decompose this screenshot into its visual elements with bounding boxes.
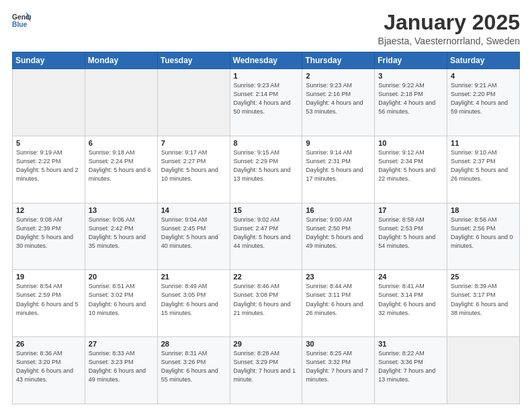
table-row: 11Sunrise: 9:10 AM Sunset: 2:37 PM Dayli…	[447, 136, 520, 203]
day-number: 1	[234, 72, 299, 80]
table-row: 22Sunrise: 8:46 AM Sunset: 3:08 PM Dayli…	[230, 270, 302, 337]
svg-text:Blue: Blue	[12, 21, 28, 28]
day-info: Sunrise: 9:22 AM Sunset: 2:18 PM Dayligh…	[378, 81, 443, 116]
day-number: 27	[89, 340, 154, 348]
table-row: 4Sunrise: 9:21 AM Sunset: 2:20 PM Daylig…	[447, 69, 520, 136]
day-number: 9	[306, 139, 371, 147]
day-number: 14	[161, 206, 226, 214]
table-row: 3Sunrise: 9:22 AM Sunset: 2:18 PM Daylig…	[375, 69, 447, 136]
table-row: 8Sunrise: 9:15 AM Sunset: 2:29 PM Daylig…	[230, 136, 302, 203]
table-row: 21Sunrise: 8:49 AM Sunset: 3:05 PM Dayli…	[157, 270, 230, 337]
location-subtitle: Bjaesta, Vaesternorrland, Sweden	[378, 36, 520, 46]
day-number: 23	[306, 273, 371, 281]
table-row	[85, 69, 157, 136]
day-number: 24	[378, 273, 443, 281]
col-friday: Friday	[375, 52, 447, 69]
table-row: 15Sunrise: 9:02 AM Sunset: 2:47 PM Dayli…	[230, 203, 302, 270]
table-row: 30Sunrise: 8:25 AM Sunset: 3:32 PM Dayli…	[302, 337, 375, 404]
month-year-title: January 2025	[378, 11, 520, 34]
table-row: 14Sunrise: 9:04 AM Sunset: 2:45 PM Dayli…	[157, 203, 230, 270]
table-row	[13, 69, 85, 136]
day-number: 13	[89, 206, 154, 214]
day-info: Sunrise: 8:31 AM Sunset: 3:26 PM Dayligh…	[161, 349, 226, 384]
col-thursday: Thursday	[302, 52, 375, 69]
day-info: Sunrise: 9:21 AM Sunset: 2:20 PM Dayligh…	[451, 81, 516, 116]
day-number: 28	[161, 340, 226, 348]
table-row	[157, 69, 230, 136]
day-number: 8	[234, 139, 299, 147]
day-number: 20	[89, 273, 154, 281]
table-row: 23Sunrise: 8:44 AM Sunset: 3:11 PM Dayli…	[302, 270, 375, 337]
day-number: 29	[234, 340, 299, 348]
day-number: 25	[451, 273, 516, 281]
table-row: 6Sunrise: 9:18 AM Sunset: 2:24 PM Daylig…	[85, 136, 157, 203]
day-number: 12	[16, 206, 81, 214]
day-info: Sunrise: 8:36 AM Sunset: 3:20 PM Dayligh…	[16, 349, 81, 384]
day-info: Sunrise: 8:39 AM Sunset: 3:17 PM Dayligh…	[451, 282, 516, 317]
day-number: 6	[89, 139, 154, 147]
day-info: Sunrise: 8:44 AM Sunset: 3:11 PM Dayligh…	[306, 282, 371, 317]
day-number: 5	[16, 139, 81, 147]
day-number: 19	[16, 273, 81, 281]
day-info: Sunrise: 9:12 AM Sunset: 2:34 PM Dayligh…	[378, 148, 443, 183]
table-row: 12Sunrise: 9:08 AM Sunset: 2:39 PM Dayli…	[13, 203, 85, 270]
page: General Blue January 2025 Bjaesta, Vaest…	[0, 0, 532, 411]
day-info: Sunrise: 9:18 AM Sunset: 2:24 PM Dayligh…	[89, 148, 154, 183]
logo-icon: General Blue	[12, 11, 31, 30]
table-row: 27Sunrise: 8:33 AM Sunset: 3:23 PM Dayli…	[85, 337, 157, 404]
day-info: Sunrise: 8:46 AM Sunset: 3:08 PM Dayligh…	[234, 282, 299, 317]
col-saturday: Saturday	[447, 52, 520, 69]
calendar-table: Sunday Monday Tuesday Wednesday Thursday…	[12, 52, 520, 404]
day-number: 21	[161, 273, 226, 281]
day-info: Sunrise: 9:00 AM Sunset: 2:50 PM Dayligh…	[306, 216, 371, 250]
day-number: 31	[378, 340, 443, 348]
table-row: 20Sunrise: 8:51 AM Sunset: 3:02 PM Dayli…	[85, 270, 157, 337]
header: General Blue January 2025 Bjaesta, Vaest…	[12, 11, 520, 46]
day-info: Sunrise: 9:10 AM Sunset: 2:37 PM Dayligh…	[451, 148, 516, 183]
calendar-week-row: 1Sunrise: 9:23 AM Sunset: 2:14 PM Daylig…	[13, 69, 520, 136]
day-info: Sunrise: 8:33 AM Sunset: 3:23 PM Dayligh…	[89, 349, 154, 384]
table-row: 28Sunrise: 8:31 AM Sunset: 3:26 PM Dayli…	[157, 337, 230, 404]
table-row: 7Sunrise: 9:17 AM Sunset: 2:27 PM Daylig…	[157, 136, 230, 203]
day-info: Sunrise: 8:58 AM Sunset: 2:53 PM Dayligh…	[378, 216, 443, 250]
day-info: Sunrise: 9:23 AM Sunset: 2:16 PM Dayligh…	[306, 81, 371, 116]
table-row: 19Sunrise: 8:54 AM Sunset: 2:59 PM Dayli…	[13, 270, 85, 337]
day-info: Sunrise: 8:25 AM Sunset: 3:32 PM Dayligh…	[306, 349, 371, 384]
day-info: Sunrise: 9:14 AM Sunset: 2:31 PM Dayligh…	[306, 148, 371, 183]
calendar-header-row: Sunday Monday Tuesday Wednesday Thursday…	[13, 52, 520, 69]
day-info: Sunrise: 8:51 AM Sunset: 3:02 PM Dayligh…	[89, 282, 154, 317]
table-row: 25Sunrise: 8:39 AM Sunset: 3:17 PM Dayli…	[447, 270, 520, 337]
day-number: 15	[234, 206, 299, 214]
table-row: 24Sunrise: 8:41 AM Sunset: 3:14 PM Dayli…	[375, 270, 447, 337]
table-row: 10Sunrise: 9:12 AM Sunset: 2:34 PM Dayli…	[375, 136, 447, 203]
calendar-week-row: 12Sunrise: 9:08 AM Sunset: 2:39 PM Dayli…	[13, 203, 520, 270]
day-number: 16	[306, 206, 371, 214]
day-info: Sunrise: 8:54 AM Sunset: 2:59 PM Dayligh…	[16, 282, 81, 317]
table-row: 5Sunrise: 9:19 AM Sunset: 2:22 PM Daylig…	[13, 136, 85, 203]
day-info: Sunrise: 8:28 AM Sunset: 3:29 PM Dayligh…	[234, 349, 299, 384]
day-info: Sunrise: 8:22 AM Sunset: 3:36 PM Dayligh…	[378, 349, 443, 384]
col-sunday: Sunday	[13, 52, 85, 69]
title-block: January 2025 Bjaesta, Vaesternorrland, S…	[378, 11, 520, 46]
day-info: Sunrise: 8:56 AM Sunset: 2:56 PM Dayligh…	[451, 216, 516, 250]
calendar-week-row: 26Sunrise: 8:36 AM Sunset: 3:20 PM Dayli…	[13, 337, 520, 404]
calendar-week-row: 19Sunrise: 8:54 AM Sunset: 2:59 PM Dayli…	[13, 270, 520, 337]
day-info: Sunrise: 9:08 AM Sunset: 2:39 PM Dayligh…	[16, 216, 81, 250]
table-row: 13Sunrise: 9:06 AM Sunset: 2:42 PM Dayli…	[85, 203, 157, 270]
day-number: 11	[451, 139, 516, 147]
day-number: 10	[378, 139, 443, 147]
table-row: 2Sunrise: 9:23 AM Sunset: 2:16 PM Daylig…	[302, 69, 375, 136]
day-number: 26	[16, 340, 81, 348]
calendar-week-row: 5Sunrise: 9:19 AM Sunset: 2:22 PM Daylig…	[13, 136, 520, 203]
day-number: 7	[161, 139, 226, 147]
logo: General Blue	[12, 11, 31, 30]
day-info: Sunrise: 9:06 AM Sunset: 2:42 PM Dayligh…	[89, 216, 154, 250]
day-number: 22	[234, 273, 299, 281]
table-row: 31Sunrise: 8:22 AM Sunset: 3:36 PM Dayli…	[375, 337, 447, 404]
day-info: Sunrise: 9:15 AM Sunset: 2:29 PM Dayligh…	[234, 148, 299, 183]
table-row: 1Sunrise: 9:23 AM Sunset: 2:14 PM Daylig…	[230, 69, 302, 136]
day-info: Sunrise: 9:17 AM Sunset: 2:27 PM Dayligh…	[161, 148, 226, 183]
table-row: 9Sunrise: 9:14 AM Sunset: 2:31 PM Daylig…	[302, 136, 375, 203]
day-info: Sunrise: 8:49 AM Sunset: 3:05 PM Dayligh…	[161, 282, 226, 317]
day-number: 30	[306, 340, 371, 348]
